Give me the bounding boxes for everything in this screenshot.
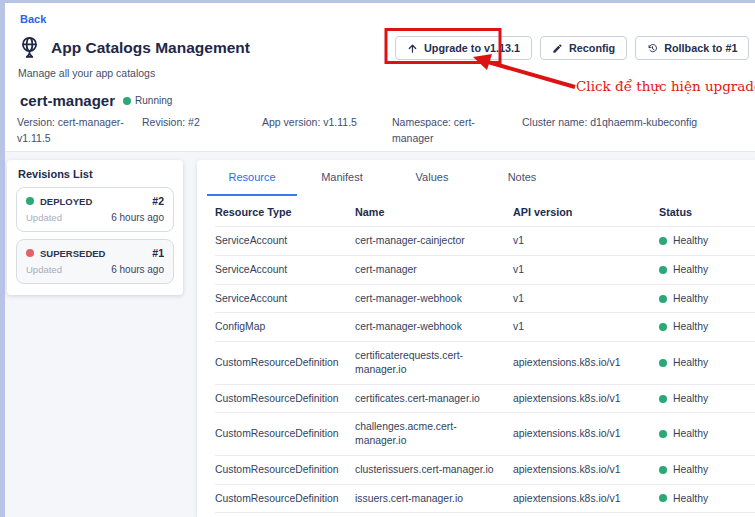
healthy-status-dot-icon [659, 359, 667, 367]
cell-resource-type: CustomResourceDefinition [215, 427, 355, 441]
table-row: ServiceAccount cert-manager-cainjector v… [215, 226, 755, 255]
table-body: ServiceAccount cert-manager-cainjector v… [215, 226, 755, 517]
cell-name: challenges.acme.cert-manager.io [355, 420, 513, 447]
meta-cluster-name: Cluster name: d1qhaemm-kubeconfig [522, 115, 707, 147]
detail-panel: Resource Manifest Values Notes Resource … [197, 160, 755, 517]
status-badge: Running [123, 95, 172, 106]
cell-api-version: apiextensions.k8s.io/v1 [513, 463, 659, 477]
cell-api-version: v1 [513, 263, 659, 277]
meta-namespace: Namespace: cert-manager [392, 115, 522, 147]
cell-status: Healthy [659, 234, 755, 248]
cell-api-version: v1 [513, 292, 659, 306]
revision-number: #1 [152, 247, 164, 259]
cell-name: cert-manager [355, 263, 513, 277]
upgrade-button[interactable]: Upgrade to v1.13.1 [395, 36, 532, 60]
cell-resource-type: CustomResourceDefinition [215, 463, 355, 477]
tab-resource[interactable]: Resource [207, 160, 297, 196]
cell-resource-type: ServiceAccount [215, 263, 355, 277]
healthy-status-dot-icon [659, 323, 667, 331]
meta-app-version: App version: v1.11.5 [262, 115, 392, 147]
cell-api-version: apiextensions.k8s.io/v1 [513, 356, 659, 370]
cell-status: Healthy [659, 427, 755, 441]
healthy-status-dot-icon [659, 266, 667, 274]
cell-name: clusterissuers.cert-manager.io [355, 463, 513, 477]
table-row: CustomResourceDefinition orders.acme.cer… [215, 512, 755, 517]
history-icon [647, 43, 658, 54]
cell-name: certificaterequests.cert-manager.io [355, 349, 513, 376]
cell-resource-type: CustomResourceDefinition [215, 356, 355, 370]
cell-name: cert-manager-cainjector [355, 234, 513, 248]
app-name: cert-manager [20, 92, 115, 109]
table-row: ServiceAccount cert-manager v1 Healthy [215, 255, 755, 284]
revisions-title: Revisions List [18, 168, 93, 180]
cell-api-version: v1 [513, 234, 659, 248]
cell-api-version: apiextensions.k8s.io/v1 [513, 392, 659, 406]
back-link[interactable]: Back [20, 13, 46, 25]
arrow-up-icon [407, 43, 418, 54]
tab-bar: Resource Manifest Values Notes [197, 160, 755, 196]
revision-card-deployed[interactable]: DEPLOYED #2 Updated 6 hours ago [16, 187, 174, 232]
table-row: CustomResourceDefinition clusterissuers.… [215, 455, 755, 484]
table-row: ServiceAccount cert-manager-webhook v1 H… [215, 284, 755, 313]
cell-status: Healthy [659, 292, 755, 306]
cell-status: Healthy [659, 263, 755, 277]
col-header-api-version: API version [513, 205, 659, 219]
superseded-status-dot-icon [26, 249, 34, 257]
meta-revision: Revision: #2 [142, 115, 262, 147]
cell-name: issuers.cert-manager.io [355, 492, 513, 506]
meta-version: Version: cert-manager-v1.11.5 [17, 115, 142, 147]
cell-api-version: v1 [513, 320, 659, 334]
cell-resource-type: CustomResourceDefinition [215, 492, 355, 506]
resource-table: Resource Type Name API version Status Se… [215, 196, 755, 517]
action-buttons: Upgrade to v1.13.1 Reconfig Rollback to … [395, 36, 755, 60]
app-catalogs-globe-icon [17, 35, 42, 60]
tab-notes[interactable]: Notes [477, 160, 567, 196]
app-meta-row: Version: cert-manager-v1.11.5 Revision: … [17, 115, 747, 147]
reconfig-button[interactable]: Reconfig [540, 36, 627, 60]
cell-api-version: apiextensions.k8s.io/v1 [513, 427, 659, 441]
revision-card-superseded[interactable]: SUPERSEDED #1 Updated 6 hours ago [16, 239, 174, 284]
cell-resource-type: ServiceAccount [215, 292, 355, 306]
table-row: CustomResourceDefinition certificaterequ… [215, 341, 755, 383]
healthy-status-dot-icon [659, 494, 667, 502]
rollback-button[interactable]: Rollback to #1 [635, 36, 749, 60]
col-header-name: Name [355, 205, 513, 219]
cell-resource-type: ServiceAccount [215, 234, 355, 248]
cell-status: Healthy [659, 356, 755, 370]
cell-name: cert-manager-webhook [355, 320, 513, 334]
table-row: CustomResourceDefinition challenges.acme… [215, 412, 755, 454]
cell-status: Healthy [659, 392, 755, 406]
revision-number: #2 [152, 195, 164, 207]
col-header-resource-type: Resource Type [215, 205, 355, 219]
cell-resource-type: ConfigMap [215, 320, 355, 334]
cell-name: cert-manager-webhook [355, 292, 513, 306]
cell-status: Healthy [659, 320, 755, 334]
page-title: App Catalogs Management [51, 39, 250, 57]
table-row: CustomResourceDefinition issuers.cert-ma… [215, 484, 755, 513]
annotation-text: Click để thực hiện upgrade versions [576, 78, 755, 94]
col-header-status: Status [659, 205, 755, 219]
tab-values[interactable]: Values [387, 160, 477, 196]
table-header-row: Resource Type Name API version Status [215, 196, 755, 226]
deployed-status-dot-icon [26, 197, 34, 205]
cell-status: Healthy [659, 463, 755, 477]
table-row: ConfigMap cert-manager-webhook v1 Health… [215, 312, 755, 341]
healthy-status-dot-icon [659, 466, 667, 474]
healthy-status-dot-icon [659, 395, 667, 403]
tab-manifest[interactable]: Manifest [297, 160, 387, 196]
pencil-icon [552, 43, 563, 54]
healthy-status-dot-icon [659, 237, 667, 245]
healthy-status-dot-icon [659, 430, 667, 438]
cell-name: certificates.cert-manager.io [355, 392, 513, 406]
cell-status: Healthy [659, 492, 755, 506]
page-subtitle: Manage all your app catalogs [18, 67, 155, 79]
table-row: CustomResourceDefinition certificates.ce… [215, 384, 755, 413]
revisions-panel: Revisions List DEPLOYED #2 Updated 6 hou… [7, 160, 183, 295]
healthy-status-dot-icon [659, 295, 667, 303]
running-status-dot-icon [123, 97, 131, 105]
cell-api-version: apiextensions.k8s.io/v1 [513, 492, 659, 506]
cell-resource-type: CustomResourceDefinition [215, 392, 355, 406]
